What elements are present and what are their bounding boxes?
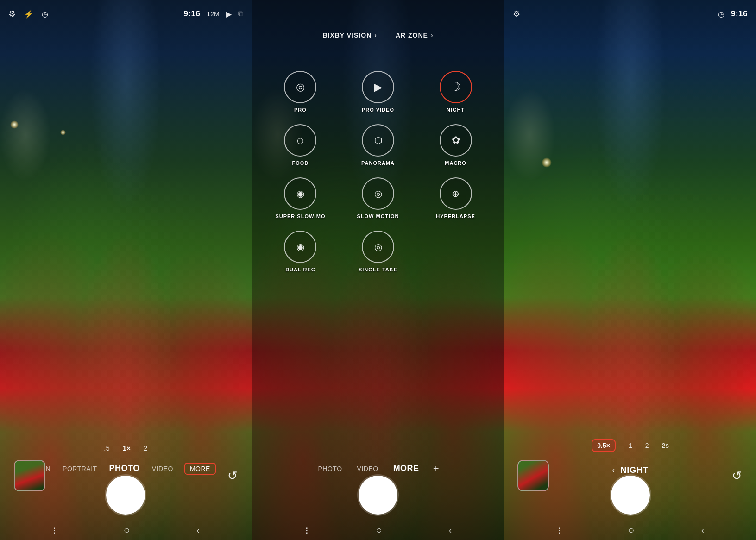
nav-menu-3[interactable]: ⫶ bbox=[557, 525, 561, 536]
mode-name-food: FOOD bbox=[292, 160, 309, 166]
ar-zone-btn[interactable]: AR ZONE › bbox=[396, 31, 434, 39]
night-icon: ☽ bbox=[450, 80, 461, 94]
panel-photo: ⚙ ⚡ ◷ 9:16 12M ▶ ⧉ .5 1× 2 FUN PORTRAIT … bbox=[0, 0, 252, 540]
mode-name-hyperlapse: HYPERLAPSE bbox=[436, 213, 475, 219]
ar-zone-arrow-icon: › bbox=[431, 31, 434, 39]
mode-circle-hyperlapse: ⊕ bbox=[440, 177, 472, 210]
mode-cell-empty bbox=[417, 225, 495, 278]
shutter-area-1: ↺ bbox=[0, 476, 252, 515]
top-menu-bar: BIXBY VISION › AR ZONE › bbox=[252, 31, 504, 39]
p2-mode-more-active[interactable]: MORE bbox=[392, 462, 420, 475]
zoom-bar-1: .5 1× 2 bbox=[0, 444, 252, 452]
mode-cell-single-take[interactable]: ◎ SINGLE TAKE bbox=[339, 225, 417, 278]
status-resolution: 12M bbox=[207, 10, 219, 18]
food-icon: ⍜ bbox=[297, 134, 303, 147]
mode-bar-2: PHOTO VIDEO MORE + bbox=[252, 462, 504, 475]
panel-night: ⚙ ◷ 9:16 0.5× 1 2 2s ‹ NIGHT ↺ ⫶ ○ ‹ bbox=[504, 0, 756, 540]
mode-circle-single-take: ◎ bbox=[362, 231, 394, 263]
shutter-area-2 bbox=[252, 476, 504, 515]
mode-cell-night[interactable]: ☽ NIGHT bbox=[417, 65, 495, 118]
mode-name-pro-video: PRO VIDEO bbox=[362, 107, 394, 113]
nav-back-2[interactable]: ‹ bbox=[449, 526, 452, 535]
nav-bar-3: ⫶ ○ ‹ bbox=[504, 524, 756, 536]
thumbnail-inner-1 bbox=[15, 461, 44, 490]
gallery-thumbnail-3[interactable] bbox=[517, 460, 549, 491]
play-icon[interactable]: ▶ bbox=[226, 10, 232, 19]
macro-icon: ✿ bbox=[452, 134, 460, 146]
mode-portrait[interactable]: PORTRAIT bbox=[62, 463, 98, 474]
nav-back-3[interactable]: ‹ bbox=[701, 526, 704, 535]
mode-cell-slow-motion[interactable]: ◎ SLOW MOTION bbox=[339, 171, 417, 225]
mode-circle-slow-motion: ◎ bbox=[362, 177, 394, 210]
flip-camera-icon-3[interactable]: ↺ bbox=[732, 469, 742, 483]
mode-video[interactable]: VIDEO bbox=[151, 463, 174, 474]
zoom-2-night[interactable]: 2 bbox=[645, 442, 649, 449]
mode-name-night: NIGHT bbox=[447, 107, 465, 113]
mode-name-panorama: PANORAMA bbox=[361, 160, 395, 166]
mode-circle-super-slow: ◉ bbox=[284, 177, 316, 210]
flip-camera-icon-1[interactable]: ↺ bbox=[227, 469, 238, 483]
zoom-1-night[interactable]: 1 bbox=[629, 442, 632, 449]
mode-cell-panorama[interactable]: ⬡ PANORAMA bbox=[339, 118, 417, 171]
mode-cell-hyperlapse[interactable]: ⊕ HYPERLAPSE bbox=[417, 171, 495, 225]
zoom-2x[interactable]: 2 bbox=[144, 444, 147, 452]
status-left: ⚙ ⚡ ◷ bbox=[8, 9, 48, 19]
p2-mode-video[interactable]: VIDEO bbox=[356, 463, 379, 474]
nav-home-1[interactable]: ○ bbox=[124, 524, 130, 536]
single-take-icon: ◎ bbox=[374, 241, 382, 252]
mode-cell-macro[interactable]: ✿ MACRO bbox=[417, 118, 495, 171]
nav-home-3[interactable]: ○ bbox=[628, 524, 634, 536]
light-dot-1 bbox=[10, 120, 19, 129]
pro-video-icon: ▶ bbox=[374, 81, 382, 94]
p3-status-left: ⚙ bbox=[513, 9, 520, 19]
mode-grid: ◎ PRO ▶ PRO VIDEO ☽ NIGHT ⍜ FOOD ⬡ bbox=[252, 60, 504, 283]
layers-icon[interactable]: ⧉ bbox=[238, 10, 243, 18]
p3-status-right: ◷ 9:16 bbox=[718, 9, 748, 19]
add-mode-btn[interactable]: + bbox=[433, 463, 439, 475]
garden-overlay-3 bbox=[504, 0, 756, 540]
nav-back-1[interactable]: ‹ bbox=[196, 526, 199, 535]
mode-cell-pro[interactable]: ◎ PRO bbox=[262, 65, 340, 118]
zoom-0-5[interactable]: .5 bbox=[104, 444, 110, 452]
status-bar-panel3: ⚙ ◷ 9:16 bbox=[504, 0, 756, 28]
shutter-area-3: ↺ bbox=[504, 476, 756, 515]
zoom-1x[interactable]: 1× bbox=[123, 444, 131, 452]
nav-menu-2[interactable]: ⫶ bbox=[304, 525, 309, 536]
zoom-bar-3: 0.5× 1 2 2s bbox=[504, 439, 756, 452]
night-timer: 2s bbox=[662, 442, 669, 449]
status-bar-panel1: ⚙ ⚡ ◷ 9:16 12M ▶ ⧉ bbox=[0, 0, 252, 28]
panorama-icon: ⬡ bbox=[374, 135, 382, 146]
p2-mode-photo[interactable]: PHOTO bbox=[317, 463, 343, 474]
mode-cell-pro-video[interactable]: ▶ PRO VIDEO bbox=[339, 65, 417, 118]
dual-rec-icon: ◉ bbox=[296, 241, 304, 252]
mode-more[interactable]: MORE bbox=[184, 463, 216, 475]
night-back-icon[interactable]: ‹ bbox=[612, 465, 615, 475]
mode-name-dual-rec: DUAL REC bbox=[285, 267, 315, 272]
flash-off-icon[interactable]: ⚡ bbox=[24, 10, 33, 19]
shutter-button-3[interactable] bbox=[611, 476, 650, 515]
bixby-arrow-icon: › bbox=[374, 31, 377, 39]
mode-cell-dual-rec[interactable]: ◉ DUAL REC bbox=[262, 225, 340, 278]
mode-circle-night: ☽ bbox=[440, 71, 472, 103]
mode-circle-macro: ✿ bbox=[440, 124, 472, 157]
timer-icon[interactable]: ◷ bbox=[42, 10, 48, 19]
mode-circle-dual-rec: ◉ bbox=[284, 231, 316, 263]
mode-name-pro: PRO bbox=[294, 107, 307, 113]
nav-menu-1[interactable]: ⫶ bbox=[52, 525, 57, 536]
gallery-thumbnail-1[interactable] bbox=[14, 460, 45, 491]
status-bar-panel2 bbox=[252, 0, 504, 28]
mode-cell-super-slow[interactable]: ◉ SUPER SLOW-MO bbox=[262, 171, 340, 225]
shutter-button-2[interactable] bbox=[359, 476, 397, 515]
mode-circle-panorama: ⬡ bbox=[362, 124, 394, 157]
p3-timer-icon[interactable]: ◷ bbox=[718, 10, 724, 19]
mode-cell-food[interactable]: ⍜ FOOD bbox=[262, 118, 340, 171]
p3-settings-icon[interactable]: ⚙ bbox=[513, 9, 520, 19]
settings-icon[interactable]: ⚙ bbox=[8, 9, 16, 19]
nav-home-2[interactable]: ○ bbox=[376, 524, 382, 536]
mode-name-super-slow: SUPER SLOW-MO bbox=[275, 213, 325, 219]
shutter-button-1[interactable] bbox=[106, 476, 145, 515]
hyperlapse-icon: ⊕ bbox=[452, 188, 460, 199]
zoom-0-5x-night[interactable]: 0.5× bbox=[592, 439, 616, 452]
bixby-vision-btn[interactable]: BIXBY VISION › bbox=[322, 31, 377, 39]
mode-photo-active[interactable]: PHOTO bbox=[108, 462, 141, 475]
